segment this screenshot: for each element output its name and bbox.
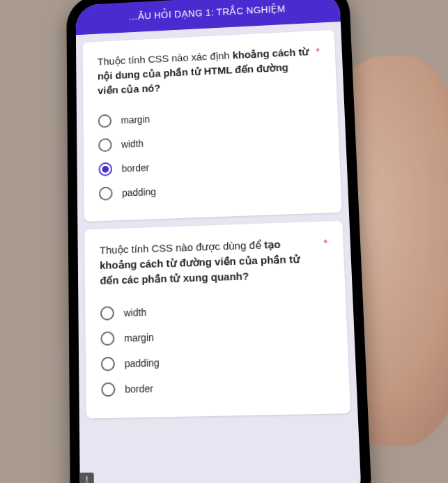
option-label: padding [122, 186, 156, 198]
screen: …ÂU HỎI DẠNG 1: TRẮC NGHIỆM Thuộc tính C… [75, 0, 362, 483]
question-text: Thuộc tính CSS nào xác định khoảng cách … [98, 44, 321, 98]
question-card: Thuộc tính CSS nào xác định khoảng cách … [82, 30, 341, 222]
radio-icon [98, 114, 112, 128]
radio-icon [98, 138, 112, 152]
header-title: …ÂU HỎI DẠNG 1: TRẮC NGHIỆM [128, 3, 286, 22]
option-label: padding [125, 357, 160, 369]
option-label: width [121, 138, 144, 150]
feedback-icon[interactable]: ! [80, 473, 94, 483]
required-star: * [316, 44, 320, 59]
option-label: margin [124, 331, 154, 343]
radio-icon [99, 187, 113, 201]
question-text: Thuộc tính CSS nào được dùng để tạo khoả… [100, 236, 330, 289]
radio-option-border[interactable]: border [101, 371, 334, 402]
form-section-header: …ÂU HỎI DẠNG 1: TRẮC NGHIỆM [75, 0, 340, 35]
option-label: margin [121, 114, 150, 125]
question-prompt-pre: Thuộc tính CSS nào được dùng để [100, 239, 265, 256]
option-label: width [124, 306, 147, 318]
phone-frame: …ÂU HỎI DẠNG 1: TRẮC NGHIỆM Thuộc tính C… [66, 0, 373, 483]
required-star: * [323, 236, 328, 251]
radio-icon [98, 162, 112, 176]
question-card: Thuộc tính CSS nào được dùng để tạo khoả… [84, 221, 350, 418]
radio-icon [101, 356, 115, 371]
option-label: border [122, 162, 150, 174]
radio-icon [100, 306, 114, 321]
radio-icon [101, 382, 115, 397]
option-label: border [125, 383, 153, 394]
radio-icon [100, 331, 114, 346]
feedback-glyph: ! [86, 475, 88, 483]
